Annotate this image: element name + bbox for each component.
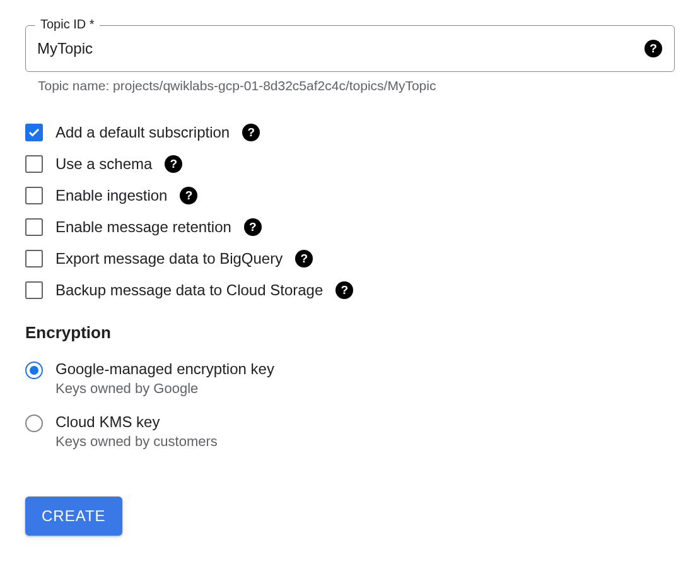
checkbox-label[interactable]: Enable ingestion bbox=[55, 187, 167, 204]
checkbox-export-bigquery[interactable] bbox=[25, 250, 43, 268]
create-button[interactable]: CREATE bbox=[25, 497, 122, 536]
checkbox-backup-storage[interactable] bbox=[25, 281, 43, 299]
radio-text-wrapper: Cloud KMS key Keys owned by customers bbox=[55, 413, 218, 450]
checkbox-label[interactable]: Backup message data to Cloud Storage bbox=[55, 281, 323, 299]
help-icon[interactable]: ? bbox=[165, 155, 182, 173]
option-backup-storage: Backup message data to Cloud Storage ? bbox=[25, 281, 675, 299]
radio-text-wrapper: Google-managed encryption key Keys owned… bbox=[55, 360, 274, 397]
radio-google-managed[interactable] bbox=[25, 362, 43, 379]
topic-id-field-wrapper: Topic ID * ? bbox=[25, 25, 675, 72]
checkbox-use-schema[interactable] bbox=[25, 155, 43, 173]
encryption-option-cloud-kms: Cloud KMS key Keys owned by customers bbox=[25, 413, 675, 450]
checkbox-enable-ingestion[interactable] bbox=[25, 187, 43, 204]
radio-sublabel: Keys owned by Google bbox=[55, 380, 274, 397]
option-export-bigquery: Export message data to BigQuery ? bbox=[25, 250, 675, 268]
option-default-subscription: Add a default subscription ? bbox=[25, 124, 675, 141]
checkbox-default-subscription[interactable] bbox=[25, 124, 43, 141]
radio-label[interactable]: Google-managed encryption key bbox=[55, 360, 274, 378]
radio-sublabel: Keys owned by customers bbox=[55, 433, 218, 450]
option-enable-retention: Enable message retention ? bbox=[25, 218, 675, 236]
radio-label[interactable]: Cloud KMS key bbox=[55, 413, 218, 431]
checkbox-label[interactable]: Enable message retention bbox=[55, 218, 231, 236]
option-enable-ingestion: Enable ingestion ? bbox=[25, 187, 675, 204]
topic-id-label: Topic ID * bbox=[35, 17, 100, 32]
help-icon[interactable]: ? bbox=[295, 250, 313, 268]
encryption-option-google-managed: Google-managed encryption key Keys owned… bbox=[25, 360, 675, 397]
checkbox-label[interactable]: Use a schema bbox=[55, 155, 152, 173]
topic-id-input[interactable] bbox=[25, 25, 675, 72]
help-icon[interactable]: ? bbox=[242, 124, 260, 141]
help-icon[interactable]: ? bbox=[244, 218, 262, 236]
topic-name-hint: Topic name: projects/qwiklabs-gcp-01-8d3… bbox=[25, 78, 675, 93]
radio-cloud-kms[interactable] bbox=[25, 415, 43, 432]
checkbox-label[interactable]: Add a default subscription bbox=[55, 124, 230, 141]
help-icon[interactable]: ? bbox=[180, 187, 197, 204]
help-icon[interactable]: ? bbox=[335, 281, 353, 299]
option-use-schema: Use a schema ? bbox=[25, 155, 675, 173]
encryption-heading: Encryption bbox=[25, 323, 675, 343]
checkbox-enable-retention[interactable] bbox=[25, 218, 43, 236]
checkbox-label[interactable]: Export message data to BigQuery bbox=[55, 250, 283, 268]
help-icon[interactable]: ? bbox=[645, 40, 662, 57]
